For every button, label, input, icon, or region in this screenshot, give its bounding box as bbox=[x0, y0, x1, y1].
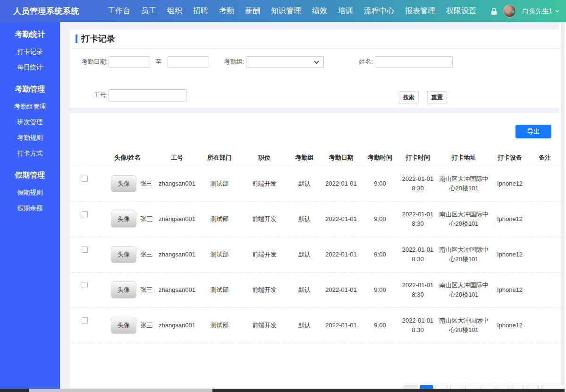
cell-department: 测试部 bbox=[198, 250, 241, 259]
pagination-page-button[interactable] bbox=[526, 385, 539, 389]
cell-position: 前端开发 bbox=[241, 250, 288, 259]
row-avatar[interactable]: 头像 bbox=[111, 281, 136, 298]
sidebar-item-5[interactable]: 考勤组管理 bbox=[0, 99, 60, 114]
sidebar: 考勤统计打卡记录每日统计考勤管理考勤组管理班次管理考勤规则打卡方式假期管理假期规… bbox=[0, 22, 60, 389]
title-accent-bar bbox=[76, 34, 77, 43]
nav-item-4[interactable]: 招聘 bbox=[193, 6, 208, 16]
nav-item-9[interactable]: 培训 bbox=[338, 6, 353, 16]
cell-date: 2022-01-01 bbox=[321, 179, 361, 188]
pagination-page-button[interactable] bbox=[435, 385, 448, 389]
app-title: 人员管理系统系统 bbox=[13, 0, 79, 22]
cell-time: 9:00 bbox=[361, 179, 399, 188]
cell-address: 南山区大冲国际中心20楼101 bbox=[437, 281, 491, 299]
filter-card: 打卡记录 考勤日期: 至 考勤组: 姓名: 工号: bbox=[70, 29, 561, 108]
lock-icon[interactable] bbox=[491, 8, 497, 15]
row-checkbox[interactable] bbox=[82, 317, 88, 324]
cell-address: 南山区大冲国际中心20楼101 bbox=[437, 210, 491, 229]
cell-name: 张三 bbox=[140, 179, 152, 188]
cell-time: 9:00 bbox=[361, 285, 399, 295]
column-header-9: 打卡地址 bbox=[437, 153, 491, 162]
cell-emp-no: zhangsan001 bbox=[156, 285, 198, 295]
cell-group: 默认 bbox=[288, 214, 321, 224]
name-input[interactable] bbox=[375, 56, 453, 68]
cell-date: 2022-01-01 bbox=[321, 250, 361, 259]
cell-group: 默认 bbox=[288, 285, 321, 295]
horizontal-scrollbar-track[interactable] bbox=[0, 389, 566, 392]
row-checkbox-cell bbox=[70, 237, 99, 272]
user-avatar[interactable] bbox=[503, 5, 516, 17]
nav-item-1[interactable]: 工作台 bbox=[108, 6, 130, 16]
horizontal-scrollbar-thumb-right[interactable] bbox=[212, 389, 565, 392]
page-title-row: 打卡记录 bbox=[70, 29, 561, 49]
cell-address: 南山区大冲国际中心20楼101 bbox=[437, 245, 491, 264]
date-to-label: 至 bbox=[155, 58, 161, 66]
reset-button[interactable]: 重置 bbox=[427, 91, 447, 103]
pagination-prev-button[interactable] bbox=[404, 385, 418, 389]
nav-item-2[interactable]: 员工 bbox=[141, 6, 156, 16]
row-checkbox[interactable] bbox=[82, 247, 88, 253]
row-checkbox-cell bbox=[70, 202, 99, 237]
nav-item-11[interactable]: 报表管理 bbox=[405, 6, 435, 16]
row-avatar[interactable]: 头像 bbox=[111, 175, 136, 192]
cell-emp-no: zhangsan001 bbox=[156, 214, 198, 224]
cell-device: Iphone12 bbox=[491, 285, 529, 295]
row-checkbox[interactable] bbox=[82, 211, 88, 217]
pagination-page-button[interactable] bbox=[481, 385, 493, 389]
sidebar-item-7[interactable]: 考勤规则 bbox=[0, 130, 60, 145]
cell-group: 默认 bbox=[288, 250, 321, 259]
nav-item-3[interactable]: 组织 bbox=[167, 6, 182, 16]
date-from-input[interactable] bbox=[109, 56, 150, 68]
records-table: 头像/姓名工号所在部门职位考勤组考勤日期考勤时间打卡时间打卡地址打卡设备备注 头… bbox=[70, 150, 561, 343]
row-avatar[interactable]: 头像 bbox=[111, 317, 136, 334]
user-menu[interactable]: 白兔先生1 bbox=[522, 7, 559, 16]
nav-item-12[interactable]: 权限设置 bbox=[446, 6, 476, 16]
cell-device: Iphone12 bbox=[491, 250, 529, 259]
cell-date: 2022-01-01 bbox=[321, 214, 361, 224]
pagination-page-button[interactable] bbox=[450, 385, 463, 389]
column-header-8: 打卡时间 bbox=[399, 153, 437, 162]
topbar: 人员管理系统系统 工作台员工组织招聘考勤薪酬知识管理绩效培训流程中心报表管理权限… bbox=[0, 0, 566, 22]
search-button[interactable]: 搜索 bbox=[399, 91, 419, 103]
column-header-1: 头像/姓名 bbox=[99, 153, 156, 162]
nav-item-7[interactable]: 知识管理 bbox=[271, 6, 301, 16]
nav-item-5[interactable]: 考勤 bbox=[219, 6, 234, 16]
sidebar-item-11[interactable]: 假期余额 bbox=[0, 200, 60, 216]
cell-time: 9:00 bbox=[361, 250, 399, 259]
pagination-page-button[interactable] bbox=[496, 385, 508, 389]
column-header-6: 考勤日期 bbox=[321, 153, 361, 162]
column-header-11: 备注 bbox=[529, 153, 561, 162]
nav-item-10[interactable]: 流程中心 bbox=[364, 6, 394, 16]
sidebar-item-8[interactable]: 打卡方式 bbox=[0, 145, 60, 161]
nav-item-6[interactable]: 薪酬 bbox=[245, 6, 260, 16]
row-avatar[interactable]: 头像 bbox=[111, 246, 136, 263]
horizontal-scrollbar-thumb-left[interactable] bbox=[0, 389, 29, 392]
cell-group: 默认 bbox=[288, 321, 321, 330]
sidebar-item-10[interactable]: 假期规则 bbox=[0, 185, 60, 200]
export-button[interactable]: 导出 bbox=[515, 125, 551, 138]
pagination-size-select[interactable] bbox=[541, 385, 566, 389]
row-checkbox[interactable] bbox=[82, 282, 88, 288]
empno-label: 工号: bbox=[70, 91, 108, 100]
sidebar-item-3[interactable]: 每日统计 bbox=[0, 60, 60, 75]
sidebar-section-9: 假期管理 bbox=[0, 166, 60, 185]
nav-item-8[interactable]: 绩效 bbox=[312, 6, 327, 16]
pagination-page-button[interactable] bbox=[511, 385, 524, 389]
row-avatar[interactable]: 头像 bbox=[111, 211, 136, 228]
filter-row-2: 工号: bbox=[70, 89, 186, 102]
table-card: 导出 头像/姓名工号所在部门职位考勤组考勤日期考勤时间打卡时间打卡地址打卡设备备… bbox=[70, 113, 561, 388]
vertical-scrollbar[interactable] bbox=[561, 22, 565, 389]
empno-input[interactable] bbox=[109, 89, 186, 102]
pagination-page-button[interactable] bbox=[420, 385, 433, 389]
pagination-page-button[interactable] bbox=[465, 385, 478, 389]
pagination-buttons bbox=[404, 385, 566, 389]
row-checkbox[interactable] bbox=[82, 176, 88, 182]
attendance-group-select[interactable] bbox=[246, 56, 324, 68]
date-to-input[interactable] bbox=[168, 56, 209, 68]
row-checkbox-cell bbox=[70, 273, 99, 307]
cell-emp-no: zhangsan001 bbox=[156, 250, 198, 259]
filter-buttons: 搜索 重置 bbox=[399, 91, 447, 103]
row-checkbox-cell bbox=[70, 308, 99, 343]
cell-position: 前端开发 bbox=[241, 321, 288, 330]
sidebar-item-6[interactable]: 班次管理 bbox=[0, 114, 60, 130]
sidebar-item-2[interactable]: 打卡记录 bbox=[0, 44, 60, 60]
